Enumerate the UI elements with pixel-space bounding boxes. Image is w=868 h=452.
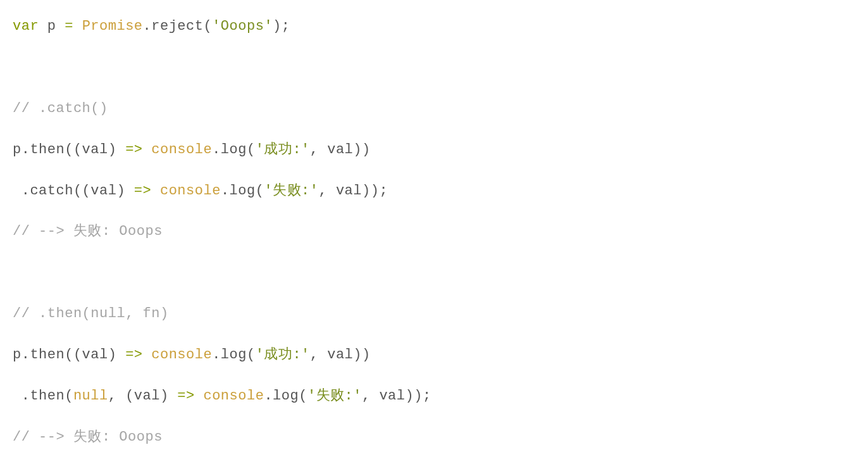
code-text xyxy=(151,183,160,199)
code-text: .reject( xyxy=(143,18,213,34)
code-text: ); xyxy=(273,18,290,34)
identifier-promise: Promise xyxy=(82,18,143,34)
code-line-1: var p = Promise.reject('Ooops'); xyxy=(13,18,290,34)
code-text xyxy=(143,142,152,158)
identifier-console: console xyxy=(203,388,264,404)
code-text: , val)); xyxy=(362,388,431,404)
code-text: .log( xyxy=(212,142,256,158)
code-text: , val)) xyxy=(310,142,371,158)
arrow-operator: => xyxy=(134,183,151,199)
identifier-console: console xyxy=(151,142,212,158)
code-text: .catch((val) xyxy=(13,183,134,199)
code-comment: // .catch() xyxy=(13,101,108,116)
code-line-9: p.then((val) => console.log('成功:', val)) xyxy=(13,347,371,363)
arrow-operator: => xyxy=(125,142,142,158)
code-text xyxy=(143,347,152,363)
code-comment: // .then(null, fn) xyxy=(13,306,169,322)
code-line-10: .then(null, (val) => console.log('失败:', … xyxy=(13,388,431,404)
code-text: .log( xyxy=(264,388,307,404)
code-text: .log( xyxy=(221,183,264,199)
arrow-operator: => xyxy=(177,388,194,404)
identifier-console: console xyxy=(151,347,212,363)
string-literal: '成功:' xyxy=(256,142,310,158)
code-text: .log( xyxy=(212,347,256,363)
code-line-4: p.then((val) => console.log('成功:', val)) xyxy=(13,142,371,158)
string-literal: '失败:' xyxy=(307,388,362,404)
arrow-operator: => xyxy=(125,347,142,363)
string-literal: 'Ooops' xyxy=(212,18,273,34)
string-literal: '失败:' xyxy=(264,183,318,199)
code-text: , val)) xyxy=(310,347,371,363)
code-text: p.then((val) xyxy=(13,347,125,363)
string-literal: '成功:' xyxy=(256,347,310,363)
code-line-5: .catch((val) => console.log('失败:', val))… xyxy=(13,183,388,199)
code-text: , (val) xyxy=(108,388,178,404)
code-text xyxy=(73,18,82,34)
code-text xyxy=(195,388,204,404)
code-text: , val)); xyxy=(319,183,388,199)
code-text: p xyxy=(39,18,65,34)
keyword-var: var xyxy=(13,18,39,34)
code-comment: // --> 失败: Ooops xyxy=(13,223,163,239)
code-text: p.then((val) xyxy=(13,142,125,158)
code-text: .then( xyxy=(13,388,73,404)
code-block: var p = Promise.reject('Ooops'); // .cat… xyxy=(13,6,855,452)
identifier-console: console xyxy=(160,183,221,199)
operator-assign: = xyxy=(65,18,73,34)
keyword-null: null xyxy=(73,388,108,404)
code-comment: // --> 失败: Ooops xyxy=(13,429,163,445)
